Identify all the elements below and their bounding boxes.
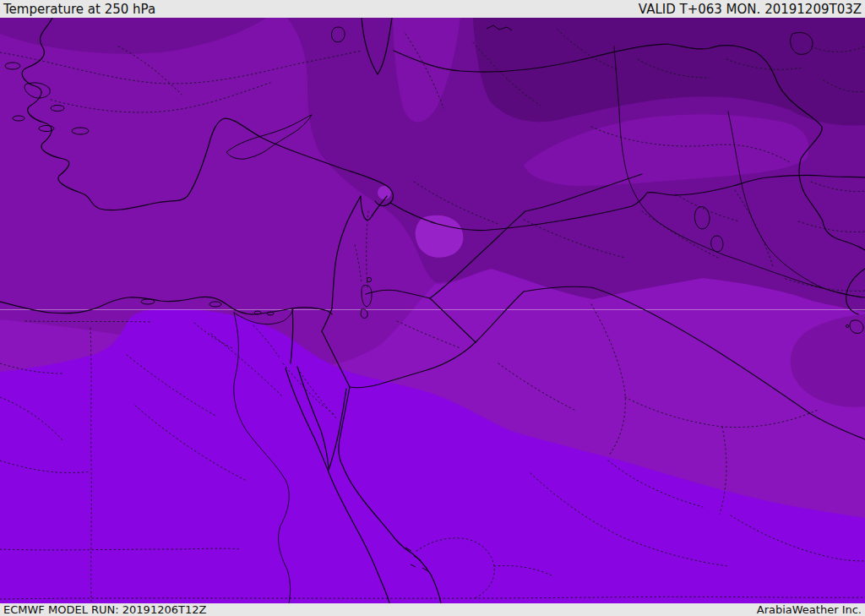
chart-title: Temperature at 250 hPa (3, 2, 155, 17)
weather-chart-page: { "header": { "title": "Temperature at 2… (0, 0, 865, 616)
valid-time-label: VALID T+063 MON. 20191209T03Z (639, 2, 862, 17)
temperature-shading (0, 18, 865, 603)
footer-bar: ECMWF MODEL RUN: 20191206T12Z ArabiaWeat… (0, 603, 865, 616)
model-run-label: ECMWF MODEL RUN: 20191206T12Z (3, 603, 206, 616)
shade-warm-spot-damascus (416, 215, 464, 258)
weather-map (0, 0, 865, 616)
header-bar: Temperature at 250 hPa VALID T+063 MON. … (0, 0, 865, 18)
brand-label: ArabiaWeather Inc. (757, 603, 862, 616)
